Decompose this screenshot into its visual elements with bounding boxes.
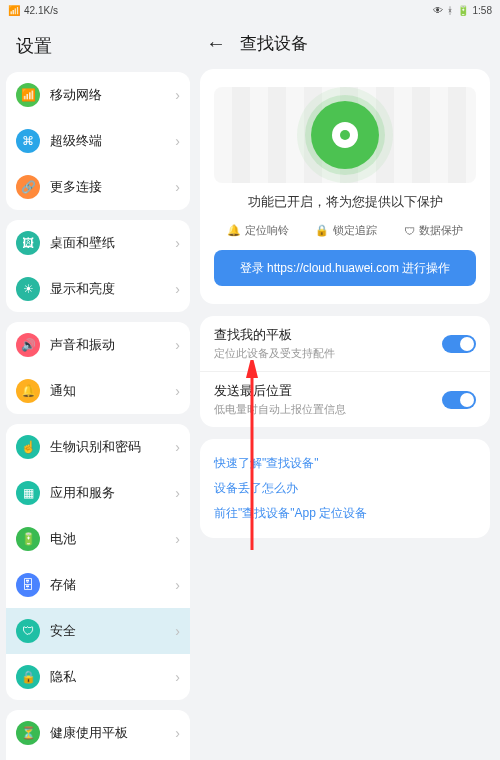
toggle-subtitle: 定位此设备及受支持配件 [214,346,442,361]
bell-icon: 🔔 [16,379,40,403]
apps-icon: ▦ [16,481,40,505]
sidebar-item-label: 桌面和壁纸 [50,234,175,252]
sidebar-item-label: 超级终端 [50,132,175,150]
privacy-icon: 🔒 [16,665,40,689]
chevron-right-icon: › [175,337,180,353]
help-link[interactable]: 快速了解"查找设备" [214,451,476,476]
sidebar-item-apps[interactable]: ▦应用和服务› [6,470,190,516]
toggle-row: 查找我的平板定位此设备及受支持配件 [200,316,490,371]
hero-card: 功能已开启，将为您提供以下保护 🔔定位响铃🔒锁定追踪🛡数据保护 登录 https… [200,69,490,304]
toggle-switch[interactable] [442,335,476,353]
location-pin-icon [311,101,379,169]
device-icon: ⌘ [16,129,40,153]
chevron-right-icon: › [175,235,180,251]
battery-icon: 🔋 [16,527,40,551]
lock-icon: 🔒 [315,224,329,237]
sidebar-item-label: 显示和亮度 [50,280,175,298]
map-illustration [214,87,476,183]
chevron-right-icon: › [175,623,180,639]
sidebar-item-sun[interactable]: ☀显示和亮度› [6,266,190,312]
sidebar-item-health[interactable]: ⏳健康使用平板› [6,710,190,756]
feature-label: 锁定追踪 [333,223,377,238]
sidebar-item-link[interactable]: 🔗更多连接› [6,164,190,210]
toggle-subtitle: 低电量时自动上报位置信息 [214,402,442,417]
feature-label: 定位响铃 [245,223,289,238]
sidebar-item-signal[interactable]: 📶移动网络› [6,72,190,118]
sidebar-item-label: 移动网络 [50,86,175,104]
sidebar-item-label: 健康使用平板 [50,724,175,742]
sidebar-item-label: 应用和服务 [50,484,175,502]
login-button[interactable]: 登录 https://cloud.huawei.com 进行操作 [214,250,476,286]
clock: 1:58 [473,5,492,16]
status-bar: 📶42.1K/s 👁ᚼ🔋1:58 [0,0,500,20]
sidebar-item-bell[interactable]: 🔔通知› [6,368,190,414]
signal-icon: 📶 [16,83,40,107]
chevron-right-icon: › [175,669,180,685]
finger-icon: ☝ [16,435,40,459]
chevron-right-icon: › [175,281,180,297]
health-icon: ⏳ [16,721,40,745]
sidebar-title: 设置 [6,26,190,72]
feature-label: 数据保护 [419,223,463,238]
bell-icon: 🔔 [227,224,241,237]
shield-icon: 🛡 [16,619,40,643]
back-button[interactable]: ← [206,32,226,55]
chevron-right-icon: › [175,531,180,547]
detail-pane: ← 查找设备 功能已开启，将为您提供以下保护 🔔定位响铃🔒锁定追踪🛡数据保护 登… [196,20,500,760]
toggle-title: 查找我的平板 [214,326,442,344]
chevron-right-icon: › [175,439,180,455]
shield-icon: 🛡 [404,225,415,237]
hero-text: 功能已开启，将为您提供以下保护 [214,193,476,211]
sidebar-item-finger[interactable]: ☝生物识别和密码› [6,424,190,470]
sidebar-item-label: 隐私 [50,668,175,686]
sidebar-item-label: 通知 [50,382,175,400]
image-icon: 🖼 [16,231,40,255]
sidebar-item-label: 声音和振动 [50,336,175,354]
sidebar-item-image[interactable]: 🖼桌面和壁纸› [6,220,190,266]
toggle-switch[interactable] [442,391,476,409]
feature-bell: 🔔定位响铃 [227,223,289,238]
sidebar-item-label: 电池 [50,530,175,548]
chevron-right-icon: › [175,577,180,593]
bt-icon: ᚼ [447,5,453,16]
eye-icon: 👁 [433,5,443,16]
sidebar-item-label: 更多连接 [50,178,175,196]
feature-lock: 🔒锁定追踪 [315,223,377,238]
sidebar-item-sound[interactable]: 🔊声音和振动› [6,322,190,368]
help-link[interactable]: 设备丢了怎么办 [214,476,476,501]
storage-icon: 🗄 [16,573,40,597]
help-link[interactable]: 前往"查找设备"App 定位设备 [214,501,476,526]
sidebar-item-storage[interactable]: 🗄存储› [6,562,190,608]
sidebar-item-privacy[interactable]: 🔒隐私› [6,654,190,700]
chevron-right-icon: › [175,383,180,399]
chevron-right-icon: › [175,485,180,501]
toggles-section: 查找我的平板定位此设备及受支持配件发送最后位置低电量时自动上报位置信息 [200,316,490,427]
chevron-right-icon: › [175,725,180,741]
toggle-title: 发送最后位置 [214,382,442,400]
page-title: 查找设备 [240,32,308,55]
net-speed: 42.1K/s [24,5,58,16]
toggle-row: 发送最后位置低电量时自动上报位置信息 [200,371,490,427]
link-icon: 🔗 [16,175,40,199]
sidebar-item-label: 生物识别和密码 [50,438,175,456]
chevron-right-icon: › [175,87,180,103]
sidebar-item-ai[interactable]: ✨智慧助手› [6,756,190,760]
feature-shield: 🛡数据保护 [404,223,463,238]
sidebar-item-label: 安全 [50,622,175,640]
sound-icon: 🔊 [16,333,40,357]
settings-sidebar: 设置 📶移动网络›⌘超级终端›🔗更多连接›🖼桌面和壁纸›☀显示和亮度›🔊声音和振… [0,20,196,760]
wifi-icon: 📶 [8,5,20,16]
sidebar-item-battery[interactable]: 🔋电池› [6,516,190,562]
chevron-right-icon: › [175,133,180,149]
sidebar-item-shield[interactable]: 🛡安全› [6,608,190,654]
battery-icon: 🔋 [457,5,469,16]
sidebar-item-label: 存储 [50,576,175,594]
chevron-right-icon: › [175,179,180,195]
help-links-card: 快速了解"查找设备"设备丢了怎么办前往"查找设备"App 定位设备 [200,439,490,538]
sidebar-item-device[interactable]: ⌘超级终端› [6,118,190,164]
sun-icon: ☀ [16,277,40,301]
